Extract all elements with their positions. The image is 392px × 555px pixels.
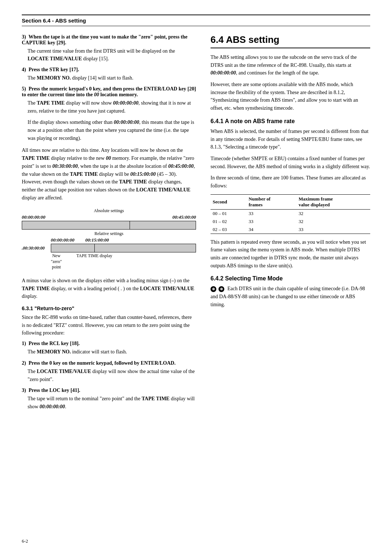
- item631-1-body: The MEMORY NO. indicator will start to f…: [28, 348, 196, 356]
- list-item-631-2: 2) Press the 0 key on the numeric keypad…: [22, 360, 196, 383]
- section-641-heading: 6.4.1 A note on ABS frame rate: [211, 118, 370, 125]
- section-64-label: 6.4 ABS setting: [211, 34, 279, 45]
- section-631-heading: 6.3.1 "Return-to-zero": [22, 305, 196, 311]
- section-641-para4: This pattern is repeated every three sec…: [211, 238, 370, 270]
- table-cell-frames: 33: [246, 209, 297, 218]
- list-item-631-3: 3) Press the LOC key [41]. The tape will…: [22, 388, 196, 410]
- table-row: 02 – 03 34 33: [211, 226, 370, 234]
- rel-bar: [51, 244, 196, 252]
- list-item-631-1: 1) Press the RCL key [18]. The MEMORY NO…: [22, 341, 196, 356]
- rel-values-row: 00:00:00:00 00:15:00:00: [51, 237, 196, 243]
- para-minus: A minus value is shown on the displays e…: [22, 277, 196, 300]
- list-item-5: 5) Press the numeric keypad's 0 key, and…: [22, 86, 196, 142]
- tape-time-label: TAPE TIME display: [76, 253, 112, 259]
- rel-left-val: 00:00:00:00: [51, 237, 74, 243]
- item3-body: The current time value from the first DT…: [28, 47, 196, 62]
- circle-icon-2: ⊕: [219, 286, 224, 292]
- frames-table: Second Number offrames Maximum framevalu…: [211, 194, 370, 234]
- section-642-para1: ⊕ ⊕ Each DTRS unit in the chain capable …: [211, 285, 370, 308]
- rel-bar-row: .00:30:00:00: [22, 244, 196, 252]
- table-col-frames: Number offrames: [246, 194, 297, 209]
- rel-annotations: New"zero"point TAPE TIME display: [22, 253, 196, 270]
- abs-right-val: 00:45:00:00: [172, 214, 196, 220]
- item631-1-header: 1) Press the RCL key [18].: [22, 341, 196, 347]
- abs-left-val: 00:00:00:00: [22, 214, 45, 220]
- abs-label: Absolute settings: [22, 208, 196, 214]
- section-64-para1: The ABS setting allows you to use the su…: [211, 53, 370, 77]
- page-number: 6-2: [22, 538, 28, 544]
- section-header-label: Section 6.4 - ABS setting: [22, 17, 86, 24]
- section-631-label: 6.3.1 "Return-to-zero": [22, 305, 74, 311]
- item4-body: The MEMORY NO. display [14] will start t…: [28, 74, 196, 82]
- item5-body1: The TAPE TIME display will now show 00:0…: [28, 99, 196, 142]
- table-cell-second: 02 – 03: [211, 226, 246, 234]
- section-641-label: 6.4.1 A note on ABS frame rate: [211, 118, 295, 124]
- rel-right-val: 00:15:00:00: [85, 237, 109, 243]
- abs-bar: [22, 221, 196, 230]
- item3-num: 3): [22, 34, 27, 40]
- table-cell-second: 00 – 01: [211, 209, 246, 218]
- item631-3-header: 3) Press the LOC key [41].: [22, 388, 196, 393]
- rel-offset-label: .00:30:00:00: [22, 244, 51, 252]
- diagram-area: Absolute settings 00:00:00:00 00:45:00:0…: [22, 208, 196, 270]
- table-cell-max: 32: [297, 218, 370, 226]
- list-item-5-header: 5) Press the numeric keypad's 0 key, and…: [22, 86, 196, 98]
- list-item-4-header: 4) Press the STR key [17].: [22, 67, 196, 73]
- rel-label: Relative settings: [22, 231, 196, 236]
- circle-icon-1: ⊕: [211, 286, 216, 292]
- table-row: 00 – 01 33 32: [211, 209, 370, 218]
- rel-bar-marker: [94, 244, 95, 252]
- section-header: Section 6.4 - ABS setting: [22, 15, 370, 26]
- section-641-para2: Timecode (whether SMPTE or EBU) contains…: [211, 155, 370, 170]
- section-631-body: Since the RC-898 works on time-based, ra…: [22, 313, 196, 337]
- list-item-3-header: 3) When the tape is at the time you want…: [22, 34, 196, 46]
- table-row: 01 – 02 33 32: [211, 218, 370, 226]
- item631-2-header: 2) Press the 0 key on the numeric keypad…: [22, 360, 196, 366]
- two-col-layout: 3) When the tape is at the time you want…: [22, 34, 370, 415]
- list-item-4: 4) Press the STR key [17]. The MEMORY NO…: [22, 67, 196, 82]
- section-64-para2: However, there are some options availabl…: [211, 81, 370, 112]
- list-item-3: 3) When the tape is at the time you want…: [22, 34, 196, 62]
- rel-labels: New"zero"point TAPE TIME display: [51, 253, 112, 270]
- table-cell-max: 32: [297, 209, 370, 218]
- table-cell-frames: 34: [246, 226, 297, 234]
- page: Section 6.4 - ABS setting 3) When the ta…: [0, 0, 392, 555]
- abs-values-row: 00:00:00:00 00:45:00:00: [22, 214, 196, 220]
- section-642-heading: 6.4.2 Selecting Time Mode: [211, 275, 370, 282]
- left-column: 3) When the tape is at the time you want…: [22, 34, 196, 415]
- section-641-para3: In three seconds of time, there are 100 …: [211, 174, 370, 190]
- item631-3-body: The tape will return to the nominal "zer…: [28, 395, 196, 410]
- item631-2-body: The LOCATE TIME/VALUE display will now s…: [28, 368, 196, 383]
- table-col-max: Maximum framevalue displayed: [297, 194, 370, 209]
- section-641-para1: When ABS is selected, the number of fram…: [211, 127, 370, 151]
- para-alltimes: All times now are relative to this time.…: [22, 146, 196, 202]
- item3-heading: When the tape is at the time you want to…: [22, 34, 188, 45]
- table-cell-max: 33: [297, 226, 370, 234]
- section-64-heading: 6.4 ABS setting: [211, 34, 370, 48]
- table-cell-frames: 33: [246, 218, 297, 226]
- rel-space: [22, 253, 51, 270]
- abs-bar-marker: [130, 221, 130, 229]
- new-zero-point-label: New"zero"point: [51, 253, 62, 270]
- section-642-label: 6.4.2 Selecting Time Mode: [211, 275, 283, 281]
- right-column: 6.4 ABS setting The ABS setting allows y…: [211, 34, 370, 415]
- table-col-second: Second: [211, 194, 246, 209]
- table-cell-second: 01 – 02: [211, 218, 246, 226]
